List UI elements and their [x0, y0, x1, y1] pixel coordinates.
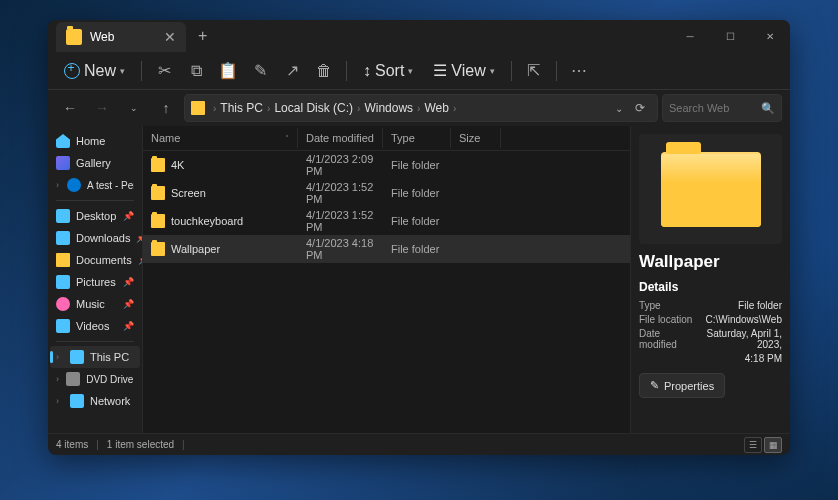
details-view-button[interactable]: ☰: [744, 437, 762, 453]
recent-dropdown[interactable]: ⌄: [120, 94, 148, 122]
searchbox[interactable]: 🔍: [662, 94, 782, 122]
copy-icon[interactable]: ⧉: [182, 57, 210, 85]
sidebar-network[interactable]: ›Network: [50, 390, 140, 412]
music-icon: [56, 297, 70, 311]
folder-icon: [151, 158, 165, 172]
more-icon[interactable]: ⋯: [565, 57, 593, 85]
refresh-button[interactable]: ⟳: [629, 101, 651, 115]
minimize-button[interactable]: ─: [670, 20, 710, 52]
table-row[interactable]: Screen 4/1/2023 1:52 PM File folder: [143, 179, 630, 207]
col-size[interactable]: Size: [451, 128, 501, 148]
sort-icon: ↕: [363, 62, 371, 80]
chevron-right-icon: ›: [417, 103, 420, 114]
maximize-button[interactable]: ☐: [710, 20, 750, 52]
delete-icon[interactable]: 🗑: [310, 57, 338, 85]
close-tab-icon[interactable]: ✕: [164, 29, 176, 45]
paste-icon[interactable]: 📋: [214, 57, 242, 85]
sort-button[interactable]: ↕ Sort ▾: [355, 58, 421, 84]
sidebar-atest[interactable]: ›A test - Personal: [50, 174, 140, 196]
chevron-right-icon: ›: [56, 396, 64, 406]
search-input[interactable]: [669, 102, 761, 114]
sidebar-videos[interactable]: Videos📌: [50, 315, 140, 337]
tab-web[interactable]: Web ✕: [56, 22, 186, 52]
col-date[interactable]: Date modified: [298, 128, 383, 148]
chevron-right-icon: ›: [56, 180, 61, 190]
sidebar-downloads[interactable]: Downloads📌: [50, 227, 140, 249]
sidebar-pictures[interactable]: Pictures📌: [50, 271, 140, 293]
sidebar-documents[interactable]: Documents📌: [50, 249, 140, 271]
separator: |: [182, 439, 185, 450]
home-icon: [56, 134, 70, 148]
sort-label: Sort: [375, 62, 404, 80]
details-header: Details: [639, 280, 782, 294]
detail-type: Type File folder: [639, 300, 782, 311]
cloud-icon: [67, 178, 81, 192]
detail-date: Date modified Saturday, April 1, 2023,: [639, 328, 782, 350]
detail-location: File location C:\Windows\Web: [639, 314, 782, 325]
up-button[interactable]: ↑: [152, 94, 180, 122]
breadcrumb-dropdown[interactable]: ⌄: [611, 103, 627, 114]
close-button[interactable]: ✕: [750, 20, 790, 52]
breadcrumb[interactable]: › This PC › Local Disk (C:) › Windows › …: [184, 94, 658, 122]
table-row[interactable]: Wallpaper 4/1/2023 4:18 PM File folder: [143, 235, 630, 263]
filelist: Name˄ Date modified Type Size 4K 4/1/202…: [143, 126, 630, 433]
window-controls: ─ ☐ ✕: [670, 20, 790, 52]
cut-icon[interactable]: ✂: [150, 57, 178, 85]
separator: [511, 61, 512, 81]
separator: |: [96, 439, 99, 450]
view-toggle: ☰ ▦: [744, 437, 782, 453]
bc-web[interactable]: Web: [424, 101, 448, 115]
properties-button[interactable]: ✎ Properties: [639, 373, 725, 398]
chevron-down-icon: ▾: [120, 66, 125, 76]
item-count: 4 items: [56, 439, 88, 450]
downloads-icon: [56, 231, 70, 245]
desktop-icon: [56, 209, 70, 223]
sidebar-music[interactable]: Music📌: [50, 293, 140, 315]
videos-icon: [56, 319, 70, 333]
detail-date-time: 4:18 PM: [639, 353, 782, 364]
rename-icon[interactable]: ✎: [246, 57, 274, 85]
extract-icon[interactable]: ⇱: [520, 57, 548, 85]
pin-icon: 📌: [123, 211, 134, 221]
add-tab-button[interactable]: +: [198, 27, 207, 45]
table-row[interactable]: touchkeyboard 4/1/2023 1:52 PM File fold…: [143, 207, 630, 235]
bc-windows[interactable]: Windows: [364, 101, 413, 115]
pictures-icon: [56, 275, 70, 289]
preview: [639, 134, 782, 244]
view-icon: ☰: [433, 61, 447, 80]
chevron-right-icon: ›: [453, 103, 456, 114]
search-icon[interactable]: 🔍: [761, 102, 775, 115]
titlebar: Web ✕ + ─ ☐ ✕: [48, 20, 790, 52]
pin-icon: 📌: [123, 299, 134, 309]
col-name[interactable]: Name˄: [143, 128, 298, 148]
sidebar-dvd[interactable]: ›DVD Drive (D:) CCC: [50, 368, 140, 390]
sidebar-gallery[interactable]: Gallery: [50, 152, 140, 174]
back-button[interactable]: ←: [56, 94, 84, 122]
chevron-right-icon: ›: [357, 103, 360, 114]
bc-thispc[interactable]: This PC: [220, 101, 263, 115]
chevron-down-icon: ▾: [490, 66, 495, 76]
statusbar: 4 items | 1 item selected | ☰ ▦: [48, 433, 790, 455]
forward-button[interactable]: →: [88, 94, 116, 122]
navbar: ← → ⌄ ↑ › This PC › Local Disk (C:) › Wi…: [48, 90, 790, 126]
view-button[interactable]: ☰ View ▾: [425, 57, 502, 84]
selected-count: 1 item selected: [107, 439, 174, 450]
documents-icon: [56, 253, 70, 267]
pin-icon: 📌: [123, 321, 134, 331]
sidebar-desktop[interactable]: Desktop📌: [50, 205, 140, 227]
folder-icon: [191, 101, 205, 115]
col-type[interactable]: Type: [383, 128, 451, 148]
sidebar-thispc[interactable]: ›This PC: [50, 346, 140, 368]
sidebar-home[interactable]: Home: [50, 130, 140, 152]
bc-disk[interactable]: Local Disk (C:): [274, 101, 353, 115]
plus-circle-icon: [64, 63, 80, 79]
icons-view-button[interactable]: ▦: [764, 437, 782, 453]
rows: 4K 4/1/2023 2:09 PM File folder Screen 4…: [143, 151, 630, 433]
network-icon: [70, 394, 84, 408]
share-icon[interactable]: ↗: [278, 57, 306, 85]
folder-icon: [151, 242, 165, 256]
new-button[interactable]: New ▾: [56, 58, 133, 84]
pc-icon: [70, 350, 84, 364]
gallery-icon: [56, 156, 70, 170]
table-row[interactable]: 4K 4/1/2023 2:09 PM File folder: [143, 151, 630, 179]
